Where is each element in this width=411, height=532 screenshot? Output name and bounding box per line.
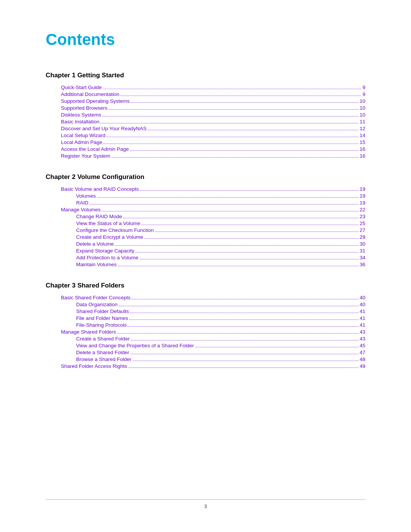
toc-page-number: 10 (360, 105, 365, 111)
toc-entry[interactable]: Discover and Set Up Your ReadyNAS12 (46, 126, 365, 131)
toc-dots (132, 299, 358, 299)
toc-entry[interactable]: Manage Volumes22 (46, 207, 365, 212)
toc-link[interactable]: Basic Installation (61, 119, 99, 125)
toc-page-number: 10 (360, 112, 365, 118)
toc-entry[interactable]: Supported Operating Systems10 (46, 98, 365, 104)
toc-page-number: 31 (360, 248, 365, 254)
toc-link[interactable]: Register Your System (61, 153, 110, 159)
toc-link[interactable]: Additional Documentation (61, 91, 119, 97)
toc-page-number: 15 (360, 139, 365, 145)
toc-page-number: 14 (360, 133, 365, 138)
toc-page-number: 27 (360, 227, 365, 233)
toc-link[interactable]: RAID (76, 200, 88, 206)
toc-page-number: 41 (360, 322, 365, 328)
toc-link[interactable]: Data Organization (76, 302, 118, 307)
toc-entry[interactable]: Create a Shared Folder43 (46, 336, 365, 342)
toc-link[interactable]: Change RAID Mode (76, 214, 122, 219)
toc-entry[interactable]: Additional Documentation9 (46, 91, 365, 97)
toc-dots (135, 252, 358, 252)
toc-link[interactable]: Diskless Systems (61, 112, 101, 118)
toc-link[interactable]: Manage Shared Folders (61, 329, 116, 335)
toc-link[interactable]: Expand Storage Capacity (76, 248, 134, 254)
toc-entry[interactable]: RAID19 (46, 200, 365, 206)
toc-dots (123, 218, 358, 218)
toc-dots (195, 347, 358, 347)
toc-dots (128, 326, 358, 327)
toc-entry[interactable]: Create and Encrypt a Volume29 (46, 234, 365, 240)
toc-entry[interactable]: File and Folder Names41 (46, 315, 365, 321)
toc-link[interactable]: Local Setup Wizard (61, 133, 105, 138)
toc-link[interactable]: Basic Volume and RAID Concepts (61, 186, 139, 192)
toc-entry[interactable]: View the Status of a Volume25 (46, 220, 365, 226)
toc-entry[interactable]: Configure the Checksum Function27 (46, 227, 365, 233)
toc-page-number: 25 (360, 220, 365, 226)
toc-entry[interactable]: Expand Storage Capacity31 (46, 248, 365, 254)
toc-dots (133, 361, 358, 361)
toc-entry[interactable]: Access the Local Admin Page16 (46, 146, 365, 152)
toc-page-number: 41 (360, 308, 365, 314)
toc-entry[interactable]: Basic Shared Folder Concepts40 (46, 295, 365, 300)
toc-entry[interactable]: Change RAID Mode23 (46, 214, 365, 219)
toc-entry[interactable]: Diskless Systems10 (46, 112, 365, 118)
chapter2-heading: Chapter 2 Volume Configuration (46, 173, 365, 181)
toc-link[interactable]: Manage Volumes (61, 207, 100, 212)
toc-link[interactable]: Discover and Set Up Your ReadyNAS (61, 126, 147, 131)
toc-page-number: 34 (360, 255, 365, 260)
toc-link[interactable]: View the Status of a Volume (76, 220, 140, 226)
toc-page-number: 40 (360, 302, 365, 307)
toc-link[interactable]: File and Folder Names (76, 315, 128, 321)
toc-page-number: 10 (360, 98, 365, 104)
toc-link[interactable]: Create a Shared Folder (76, 336, 130, 342)
toc-dots (89, 204, 358, 204)
toc-container: Chapter 1 Getting StartedQuick-Start Gui… (46, 72, 365, 369)
toc-entry[interactable]: File-Sharing Protocols41 (46, 322, 365, 328)
toc-dots (128, 367, 358, 368)
toc-link[interactable]: Delete a Shared Folder (76, 350, 129, 355)
toc-link[interactable]: Shared Folder Access Rights (61, 363, 127, 369)
toc-link[interactable]: Configure the Checksum Function (76, 227, 154, 233)
toc-entry[interactable]: Supported Browsers10 (46, 105, 365, 111)
toc-entry[interactable]: Register Your System16 (46, 153, 365, 159)
toc-dots (121, 96, 362, 96)
toc-page-number: 43 (360, 336, 365, 342)
toc-dots (130, 150, 358, 151)
toc-link[interactable]: File-Sharing Protocols (76, 322, 127, 328)
toc-entry[interactable]: View and Change the Properties of a Shar… (46, 343, 365, 348)
toc-entry[interactable]: Delete a Shared Folder47 (46, 350, 365, 355)
toc-link[interactable]: Add Protection to a Volume (76, 255, 139, 260)
toc-link[interactable]: Volumes (76, 193, 96, 199)
toc-entry[interactable]: Basic Volume and RAID Concepts19 (46, 186, 365, 192)
toc-link[interactable]: Delete a Volume (76, 241, 114, 247)
footer-page-number: 3 (204, 503, 207, 509)
toc-link[interactable]: Shared Folder Defaults (76, 308, 129, 314)
toc-entry[interactable]: Maintain Volumes36 (46, 262, 365, 267)
toc-link[interactable]: Supported Browsers (61, 105, 107, 111)
toc-link[interactable]: View and Change the Properties of a Shar… (76, 343, 194, 348)
toc-link[interactable]: Supported Operating Systems (61, 98, 130, 104)
toc-link[interactable]: Quick-Start Guide (61, 85, 102, 90)
toc-entry[interactable]: Basic Installation11 (46, 119, 365, 125)
toc-entry[interactable]: Volumes19 (46, 193, 365, 199)
toc-dots (130, 313, 358, 313)
toc-entry[interactable]: Quick-Start Guide9 (46, 85, 365, 90)
toc-link[interactable]: Create and Encrypt a Volume (76, 234, 143, 240)
toc-entry[interactable]: Add Protection to a Volume34 (46, 255, 365, 260)
toc-page-number: 48 (360, 356, 365, 362)
toc-link[interactable]: Browse a Shared Folder (76, 356, 132, 362)
toc-entry[interactable]: Delete a Volume30 (46, 241, 365, 247)
toc-link[interactable]: Access the Local Admin Page (61, 146, 129, 152)
toc-entry[interactable]: Local Admin Page15 (46, 139, 365, 145)
toc-link[interactable]: Maintain Volumes (76, 262, 117, 267)
page-container: Contents Chapter 1 Getting StartedQuick-… (0, 0, 411, 532)
toc-entry[interactable]: Shared Folder Access Rights49 (46, 363, 365, 369)
toc-dots (102, 211, 358, 211)
toc-entry[interactable]: Browse a Shared Folder48 (46, 356, 365, 362)
toc-link[interactable]: Local Admin Page (61, 139, 102, 145)
toc-entry[interactable]: Local Setup Wizard14 (46, 133, 365, 138)
toc-page-number: 41 (360, 315, 365, 321)
toc-entry[interactable]: Manage Shared Folders43 (46, 329, 365, 335)
toc-entry[interactable]: Data Organization40 (46, 302, 365, 307)
toc-entry[interactable]: Shared Folder Defaults41 (46, 308, 365, 314)
toc-link[interactable]: Basic Shared Folder Concepts (61, 295, 131, 300)
toc-dots (100, 123, 358, 123)
